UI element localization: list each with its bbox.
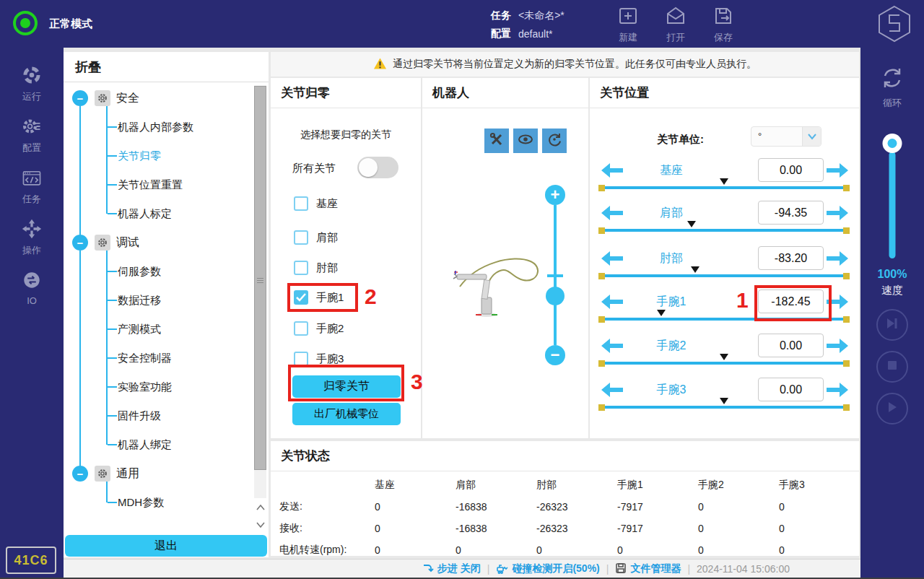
- robot-tools-button[interactable]: [484, 129, 509, 153]
- tree-item-2-0[interactable]: MDH参数: [64, 488, 251, 517]
- jog-plus-button[interactable]: [827, 338, 848, 357]
- scroll-down-button[interactable]: [254, 517, 266, 533]
- tree-item-1-0[interactable]: 伺服参数: [64, 257, 251, 286]
- zoom-out-button[interactable]: −: [545, 345, 565, 365]
- tree-group-row[interactable]: −安全: [64, 84, 251, 113]
- slider-marker[interactable]: [657, 310, 666, 316]
- joint-slider[interactable]: [600, 229, 848, 232]
- joint-value-input[interactable]: [758, 290, 824, 313]
- slider-marker[interactable]: [720, 178, 728, 185]
- checkbox-unchecked[interactable]: [294, 196, 308, 211]
- all-joints-toggle[interactable]: [357, 157, 398, 178]
- checkbox-row-3[interactable]: 手腕1: [294, 287, 344, 308]
- tree-group-row[interactable]: −调试: [64, 228, 251, 257]
- collapse-minus-icon[interactable]: −: [72, 466, 88, 482]
- tree-group-row[interactable]: −通用: [64, 459, 251, 488]
- slider-marker[interactable]: [691, 266, 699, 273]
- tree-scrollbar[interactable]: [254, 85, 266, 498]
- joint-value-input[interactable]: [758, 334, 824, 357]
- open-task-button[interactable]: 打开: [653, 5, 699, 44]
- joint-value-input[interactable]: [758, 378, 824, 401]
- collapse-minus-icon[interactable]: −: [72, 235, 88, 251]
- sidebar-item-task[interactable]: 任务: [22, 167, 42, 206]
- stop-button[interactable]: [876, 351, 908, 383]
- slider-marker[interactable]: [720, 398, 728, 404]
- joint-slider[interactable]: [600, 274, 848, 277]
- factory-zero-button[interactable]: 出厂机械零位: [292, 403, 401, 425]
- jog-plus-button[interactable]: [827, 294, 848, 313]
- joint-name-link[interactable]: 肘部: [621, 251, 722, 266]
- tree-item-0-2[interactable]: 关节位置重置: [64, 170, 251, 199]
- jog-plus-button[interactable]: [827, 205, 848, 224]
- joint-slider[interactable]: [600, 362, 848, 365]
- checkbox-unchecked[interactable]: [294, 352, 308, 366]
- save-button[interactable]: 保存: [700, 5, 746, 44]
- jog-plus-button[interactable]: [827, 382, 848, 401]
- checkbox-row-2[interactable]: 肘部: [294, 258, 338, 278]
- jog-plus-button[interactable]: [827, 162, 848, 181]
- speed-slider-handle[interactable]: [883, 134, 902, 153]
- joint-value-input[interactable]: [758, 201, 824, 225]
- speed-slider[interactable]: [889, 152, 896, 258]
- scrollbar-thumb[interactable]: [254, 86, 266, 470]
- jog-minus-button[interactable]: [601, 251, 623, 269]
- sidebar-item-run[interactable]: 运行: [22, 65, 42, 103]
- tree-item-1-4[interactable]: 实验室功能: [64, 373, 251, 401]
- loop-mode[interactable]: 循环: [860, 64, 924, 110]
- collapse-minus-icon[interactable]: −: [72, 90, 88, 106]
- checkbox-row-1[interactable]: 肩部: [294, 227, 338, 248]
- play-button[interactable]: [876, 393, 908, 425]
- slider-marker[interactable]: [687, 221, 696, 227]
- sidebar-item-io[interactable]: IO: [22, 270, 42, 306]
- tree-item-1-2[interactable]: 产测模式: [64, 315, 251, 344]
- sidebar-item-operate[interactable]: 操作: [22, 219, 42, 257]
- step-mode-indicator[interactable]: 步进 关闭: [422, 562, 481, 576]
- joint-name-link[interactable]: 基座: [621, 163, 722, 178]
- checkbox-row-4[interactable]: 手腕2: [294, 318, 344, 339]
- tree-item-0-1[interactable]: 关节归零: [64, 142, 251, 170]
- checkbox-checked[interactable]: [294, 290, 308, 305]
- joint-name-link[interactable]: 手腕3: [621, 383, 722, 398]
- joint-name-link[interactable]: 肩部: [621, 206, 722, 221]
- checkbox-unchecked[interactable]: [294, 230, 308, 245]
- checkbox-row-5[interactable]: 手腕3: [294, 349, 344, 369]
- joint-unit-dropdown[interactable]: °: [751, 126, 821, 147]
- robot-3d-view[interactable]: [453, 253, 557, 335]
- checkbox-unchecked[interactable]: [294, 261, 308, 275]
- tree-item-0-3[interactable]: 机器人标定: [64, 199, 251, 228]
- checkbox-unchecked[interactable]: [294, 321, 308, 336]
- jog-minus-button[interactable]: [601, 382, 623, 401]
- tree-item-1-3[interactable]: 安全控制器: [64, 344, 251, 373]
- tree-item-1-6[interactable]: 机器人绑定: [64, 430, 251, 459]
- jog-plus-button[interactable]: [827, 251, 848, 269]
- tree-collapse-header[interactable]: 折叠: [64, 52, 269, 82]
- exit-button[interactable]: 退出: [65, 535, 267, 557]
- robot-view-button[interactable]: [513, 129, 538, 153]
- joint-slider[interactable]: [600, 186, 848, 189]
- scroll-up-button[interactable]: [254, 500, 266, 515]
- collision-detection-indicator[interactable]: 碰撞检测开启(50%): [496, 562, 599, 576]
- tree-item-1-1[interactable]: 数据迁移: [64, 286, 251, 315]
- zoom-in-button[interactable]: +: [545, 185, 565, 205]
- jog-minus-button[interactable]: [601, 294, 623, 313]
- robot-rotate-button[interactable]: [542, 129, 567, 153]
- sidebar-item-config[interactable]: 配置: [22, 116, 42, 154]
- joint-value-input[interactable]: [758, 158, 824, 182]
- jog-minus-button[interactable]: [601, 205, 623, 224]
- file-manager-link[interactable]: 文件管理器: [615, 562, 681, 576]
- slider-marker[interactable]: [720, 354, 728, 360]
- zero-joints-button[interactable]: 归零关节: [292, 375, 401, 398]
- new-task-button[interactable]: 新建: [605, 5, 651, 44]
- jog-minus-button[interactable]: [601, 338, 623, 357]
- joint-value-input[interactable]: [758, 246, 824, 270]
- joint-name-link[interactable]: 手腕1: [621, 295, 722, 310]
- tree-group-0: −安全机器人内部参数关节归零关节位置重置机器人标定: [64, 84, 251, 228]
- tree-item-1-5[interactable]: 固件升级: [64, 401, 251, 430]
- joint-slider[interactable]: [600, 406, 848, 409]
- joint-slider[interactable]: [600, 318, 848, 321]
- checkbox-row-0[interactable]: 基座: [294, 193, 338, 214]
- tree-item-0-0[interactable]: 机器人内部参数: [64, 113, 251, 142]
- jog-minus-button[interactable]: [601, 162, 623, 181]
- step-forward-button[interactable]: [876, 309, 908, 341]
- joint-name-link[interactable]: 手腕2: [621, 339, 722, 354]
